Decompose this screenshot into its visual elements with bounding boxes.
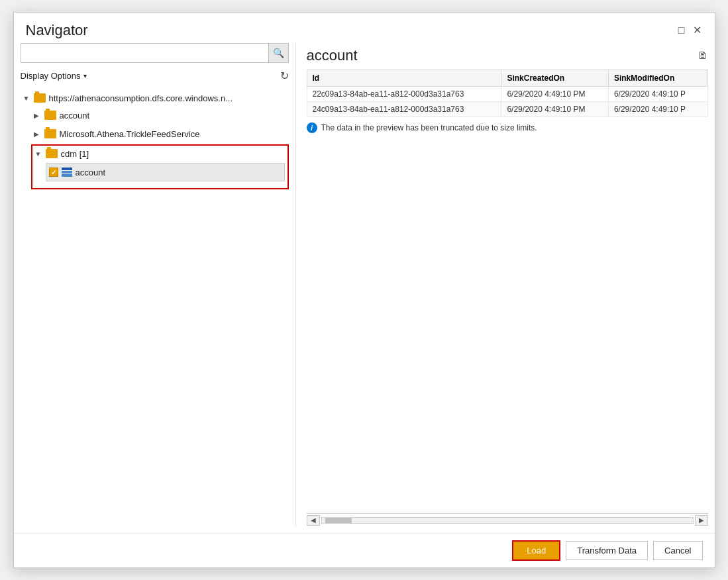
cell-created-1: 6/29/2020 4:49:10 PM	[501, 87, 609, 102]
tree-node-root-row[interactable]: ▼ https://athenaconsumption.dfs.core.win…	[21, 90, 289, 106]
table-row: 22c09a13-84ab-ea11-a812-000d3a31a763 6/2…	[307, 87, 707, 102]
display-options-label: Display Options	[21, 71, 81, 81]
table-header-row: Id SinkCreatedOn SinkModifiedOn	[307, 70, 707, 87]
table-icon-header	[62, 168, 72, 170]
display-options-row: Display Options ▾ ↻	[21, 68, 289, 83]
cdm-children: account	[32, 163, 287, 188]
table-icon-account	[62, 168, 72, 177]
account-item-row[interactable]: account	[46, 163, 285, 181]
preview-title: account	[307, 47, 358, 64]
tree-label-root: https://athenaconsumption.dfs.core.windo…	[49, 93, 233, 103]
cancel-button[interactable]: Cancel	[653, 541, 702, 560]
cell-modified-2: 6/29/2020 4:49:10 P	[608, 102, 707, 117]
left-panel-refresh-button[interactable]: ↻	[280, 70, 289, 82]
tree-label-athena: Microsoft.Athena.TrickleFeedService	[60, 129, 200, 139]
expand-arrow-cdm: ▼	[35, 150, 46, 158]
display-options-arrow: ▾	[83, 72, 87, 79]
col-header-id: Id	[307, 70, 501, 87]
table-row: 24c09a13-84ab-ea11-a812-000d3a31a763 6/2…	[307, 102, 707, 117]
folder-icon-cdm	[46, 149, 58, 158]
cell-created-2: 6/29/2020 4:49:10 PM	[501, 102, 609, 117]
table-icon-row2	[62, 174, 72, 177]
footer: Load Transform Data Cancel	[14, 533, 715, 567]
tree-node-root: ▼ https://athenaconsumption.dfs.core.win…	[21, 89, 289, 192]
search-input[interactable]	[21, 48, 268, 58]
table-container: Id SinkCreatedOn SinkModifiedOn 22c09a13…	[307, 70, 708, 526]
preview-refresh-button[interactable]: 🗎	[698, 50, 708, 62]
folder-icon-athena	[44, 129, 56, 138]
cell-id-1: 22c09a13-84ab-ea11-a812-000d3a31a763	[307, 87, 501, 102]
dialog-title: Navigator	[26, 22, 88, 39]
truncation-text: The data in the preview has been truncat…	[321, 123, 537, 132]
cell-modified-1: 6/29/2020 4:49:10 P	[608, 87, 707, 102]
cdm-header-row[interactable]: ▼ cdm [1]	[32, 146, 287, 162]
expand-arrow-athena: ▶	[34, 130, 44, 138]
search-button[interactable]: 🔍	[268, 44, 288, 62]
right-panel: account 🗎 Id SinkCreatedOn SinkModifiedO…	[295, 43, 708, 526]
cdm-section: ▼ cdm [1]	[31, 144, 289, 189]
col-header-sink-created: SinkCreatedOn	[501, 70, 609, 87]
tree-label-cdm: cdm [1]	[61, 149, 89, 159]
close-button[interactable]: ✕	[692, 25, 703, 36]
display-options-button[interactable]: Display Options ▾	[21, 71, 87, 81]
scroll-track[interactable]	[321, 517, 694, 524]
scroll-thumb[interactable]	[325, 518, 352, 523]
minimize-button[interactable]: □	[676, 25, 687, 36]
truncation-notice: i The data in the preview has been trunc…	[307, 117, 708, 138]
tree-area: ▼ https://athenaconsumption.dfs.core.win…	[21, 89, 289, 526]
scroll-left-button[interactable]: ◀	[307, 515, 320, 526]
left-panel: 🔍 Display Options ▾ ↻ ▼ https://athenaco…	[21, 43, 295, 526]
scroll-area	[307, 138, 708, 513]
table-header: Id SinkCreatedOn SinkModifiedOn	[307, 70, 707, 87]
navigator-dialog: Navigator □ ✕ 🔍 Display Options ▾ ↻	[13, 12, 715, 568]
account-checkbox[interactable]	[49, 168, 58, 177]
load-button[interactable]: Load	[512, 540, 560, 561]
preview-header: account 🗎	[307, 43, 708, 70]
tree-node-athena: ▶ Microsoft.Athena.TrickleFeedService	[31, 124, 289, 143]
tree-children-root: ▶ account ▶ Microsoft.Athena.TrickleFeed…	[21, 106, 289, 189]
folder-icon-root	[34, 93, 46, 103]
title-bar: Navigator □ ✕	[14, 13, 715, 43]
info-icon: i	[307, 122, 317, 133]
tree-node-account: ▶ account	[31, 106, 289, 124]
dialog-body: 🔍 Display Options ▾ ↻ ▼ https://athenaco…	[14, 43, 715, 533]
tree-node-account-row[interactable]: ▶ account	[31, 107, 289, 123]
tree-node-athena-row[interactable]: ▶ Microsoft.Athena.TrickleFeedService	[31, 126, 289, 142]
col-header-sink-modified: SinkModifiedOn	[608, 70, 707, 87]
scroll-right-button[interactable]: ▶	[695, 515, 708, 526]
data-table: Id SinkCreatedOn SinkModifiedOn 22c09a13…	[307, 70, 708, 117]
cell-id-2: 24c09a13-84ab-ea11-a812-000d3a31a763	[307, 102, 501, 117]
title-bar-controls: □ ✕	[676, 25, 703, 36]
expand-arrow-account: ▶	[34, 112, 44, 119]
transform-data-button[interactable]: Transform Data	[566, 541, 648, 560]
folder-icon-account	[44, 111, 56, 120]
table-icon-row1	[62, 171, 72, 173]
expand-arrow-root: ▼	[23, 95, 34, 102]
table-body: 22c09a13-84ab-ea11-a812-000d3a31a763 6/2…	[307, 87, 707, 117]
horizontal-scrollbar: ◀ ▶	[307, 513, 708, 526]
tree-label-cdm-account: account	[76, 168, 106, 177]
search-box: 🔍	[21, 43, 289, 63]
tree-label-account: account	[60, 111, 90, 121]
